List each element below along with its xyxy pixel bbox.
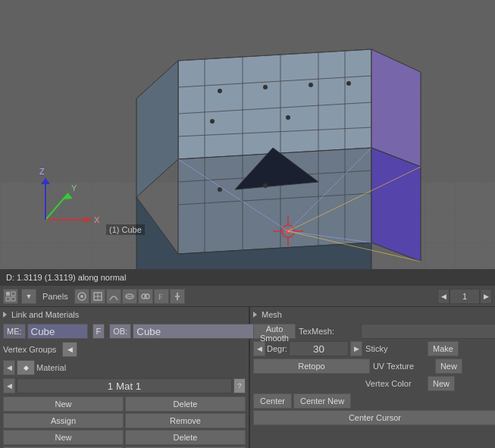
left-panel-header: Link and Materials bbox=[3, 310, 246, 319]
material-row: ◀ ◆ Material bbox=[3, 360, 246, 375]
panels-label: Panels bbox=[39, 292, 71, 301]
ob-label: OB: bbox=[109, 324, 131, 339]
svg-marker-18 bbox=[371, 148, 421, 262]
center-btn[interactable]: Center bbox=[253, 393, 292, 409]
degr-prev-btn[interactable]: ◀ bbox=[253, 341, 265, 356]
btn-grid-3: New Delete bbox=[3, 430, 246, 445]
dropdown-arrow[interactable]: ▼ bbox=[21, 289, 36, 304]
left-panel-title: Link and Materials bbox=[11, 310, 79, 319]
toolbar-icons-group: F bbox=[74, 289, 185, 304]
meta-icon[interactable] bbox=[138, 289, 153, 304]
right-panel-header: Mesh bbox=[253, 310, 495, 319]
material-icon[interactable]: ◆ bbox=[17, 360, 35, 375]
me-label: ME: bbox=[3, 324, 26, 339]
ob-field[interactable] bbox=[133, 324, 268, 339]
svg-point-40 bbox=[210, 119, 215, 124]
center-cursor-row: Center Cursor bbox=[253, 410, 495, 425]
new-btn-1[interactable]: New bbox=[3, 396, 124, 412]
me-field[interactable] bbox=[27, 324, 88, 339]
svg-point-38 bbox=[309, 83, 313, 87]
svg-point-43 bbox=[263, 183, 268, 188]
vertex-color-row: Vertex Color New bbox=[253, 376, 495, 391]
toolbar: ▼ Panels F ◀ ▶ bbox=[0, 286, 495, 307]
texmesh-field[interactable] bbox=[361, 324, 495, 339]
svg-point-37 bbox=[263, 85, 268, 89]
auto-smooth-btn[interactable]: Auto Smooth bbox=[253, 324, 296, 339]
viewport[interactable]: Z Y X (1) Cube bbox=[0, 0, 495, 269]
right-panel-title: Mesh bbox=[262, 310, 282, 319]
retopo-uv-row: Retopo UV Texture New bbox=[253, 359, 495, 374]
arm-icon[interactable] bbox=[170, 289, 185, 304]
vertex-groups-row: Vertex Groups ◀ bbox=[3, 342, 246, 357]
view-mode-button[interactable] bbox=[3, 289, 18, 304]
f-label[interactable]: F bbox=[92, 324, 105, 339]
svg-text:Y: Y bbox=[71, 183, 77, 193]
cube-svg: Z Y X bbox=[0, 0, 495, 269]
make-btn[interactable]: Make bbox=[428, 341, 459, 356]
btn-grid-1: New Delete bbox=[3, 396, 246, 412]
degr-next-btn[interactable]: ▶ bbox=[350, 341, 362, 356]
svg-rect-65 bbox=[11, 292, 15, 296]
svg-rect-66 bbox=[6, 297, 10, 301]
surface-icon[interactable] bbox=[122, 289, 137, 304]
vertex-color-label: Vertex Color bbox=[365, 379, 426, 388]
new-btn-2[interactable]: New bbox=[3, 430, 124, 445]
frame-prev-button[interactable]: ◀ bbox=[437, 289, 450, 304]
mat-num-row: ◀ ? bbox=[3, 378, 246, 393]
mesh-icon[interactable] bbox=[90, 289, 105, 304]
frame-next-button[interactable]: ▶ bbox=[480, 289, 492, 304]
remove-btn[interactable]: Remove bbox=[125, 413, 246, 428]
material-label: Material bbox=[36, 363, 66, 372]
svg-rect-67 bbox=[11, 297, 15, 301]
vertex-groups-label: Vertex Groups bbox=[3, 345, 56, 354]
bottom-panels: Link and Materials ME: F OB: Vertex Grou… bbox=[0, 307, 495, 448]
svg-text:F: F bbox=[158, 293, 163, 301]
new-vc-btn[interactable]: New bbox=[428, 376, 455, 391]
degr-field[interactable] bbox=[289, 341, 349, 356]
auto-smooth-row: Auto Smooth TexMesh: bbox=[253, 324, 495, 339]
new-uv-btn[interactable]: New bbox=[435, 359, 462, 374]
delete-btn-1[interactable]: Delete bbox=[125, 396, 246, 412]
status-text: D: 1.3119 (1.3119) along normal bbox=[6, 273, 126, 282]
svg-point-39 bbox=[346, 81, 351, 86]
right-panel: Mesh Auto Smooth TexMesh: ◀ Degr: ▶ Stic… bbox=[250, 307, 495, 448]
svg-point-41 bbox=[286, 115, 290, 120]
degr-sticky-row: ◀ Degr: ▶ Sticky Make bbox=[253, 341, 495, 356]
svg-text:X: X bbox=[94, 215, 100, 224]
svg-point-42 bbox=[218, 187, 222, 192]
right-panel-triangle bbox=[253, 312, 257, 318]
svg-point-76 bbox=[145, 294, 149, 299]
svg-rect-64 bbox=[6, 292, 10, 296]
frame-input[interactable] bbox=[450, 289, 480, 304]
center-cursor-btn[interactable]: Center Cursor bbox=[253, 410, 495, 425]
delete-btn-2[interactable]: Delete bbox=[125, 430, 246, 445]
vertex-groups-icon[interactable]: ◀ bbox=[62, 342, 77, 357]
font-icon[interactable]: F bbox=[154, 289, 169, 304]
mat-num-prev[interactable]: ◀ bbox=[3, 378, 15, 393]
retopo-btn[interactable]: Retopo bbox=[253, 359, 370, 374]
sticky-label: Sticky bbox=[365, 344, 426, 353]
status-bar: D: 1.3119 (1.3119) along normal bbox=[0, 269, 495, 286]
left-panel-triangle bbox=[3, 312, 7, 318]
render-icon[interactable] bbox=[74, 289, 89, 304]
svg-point-69 bbox=[80, 295, 83, 298]
me-ob-row: ME: F OB: bbox=[3, 324, 246, 339]
assign-btn[interactable]: Assign bbox=[3, 413, 124, 428]
svg-point-36 bbox=[218, 89, 222, 93]
degr-label: Degr: bbox=[267, 344, 287, 353]
cube-label: (1) Cube bbox=[106, 224, 145, 235]
curve-icon[interactable] bbox=[106, 289, 121, 304]
texmesh-label: TexMesh: bbox=[299, 327, 359, 336]
mat-prev-btn[interactable]: ◀ bbox=[3, 360, 15, 375]
mat-num-btn[interactable]: ? bbox=[233, 378, 246, 393]
center-new-btn[interactable]: Center New bbox=[293, 393, 351, 409]
frame-input-group: ◀ ▶ bbox=[437, 289, 492, 304]
left-panel: Link and Materials ME: F OB: Vertex Grou… bbox=[0, 307, 250, 448]
uv-texture-label: UV Texture bbox=[373, 362, 434, 371]
center-buttons-row: Center Center New bbox=[253, 393, 495, 409]
mat-name-field[interactable] bbox=[17, 378, 232, 393]
svg-text:Z: Z bbox=[39, 167, 45, 176]
btn-grid-2: Assign Remove bbox=[3, 413, 246, 428]
